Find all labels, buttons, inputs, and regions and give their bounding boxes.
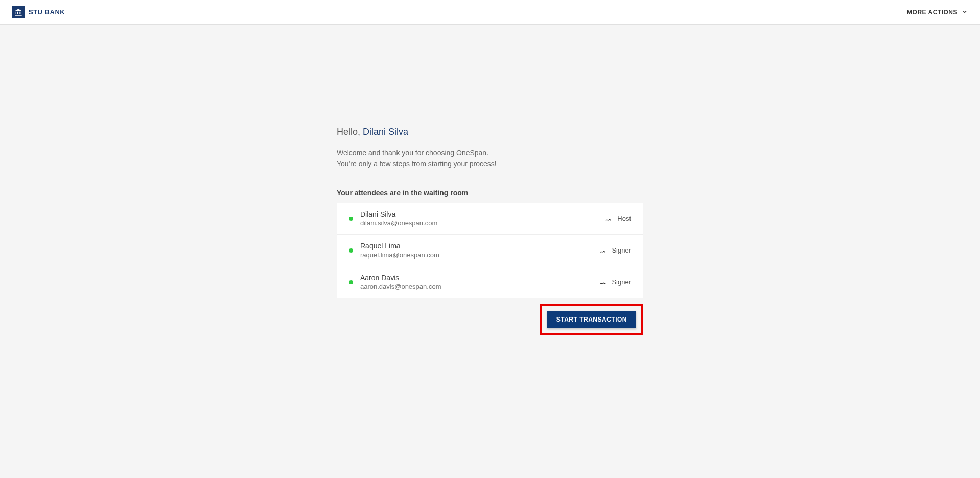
attendee-name: Aaron Davis: [360, 274, 599, 282]
attendees-list: Dilani Silva dilani.silva@onespan.com Ho…: [337, 203, 643, 298]
attendee-role: Signer: [612, 246, 631, 254]
attendee-role: Signer: [612, 278, 631, 286]
signature-icon: [605, 215, 613, 223]
brand-name: STU BANK: [29, 8, 65, 16]
content-panel: Hello, Dilani Silva Welcome and thank yo…: [337, 127, 643, 335]
brand-logo[interactable]: STU BANK: [12, 6, 65, 18]
main-content: Hello, Dilani Silva Welcome and thank yo…: [0, 25, 980, 335]
more-actions-menu[interactable]: MORE ACTIONS: [907, 9, 968, 16]
attendee-info: Raquel Lima raquel.lima@onespan.com: [360, 242, 599, 259]
greeting-line: Hello, Dilani Silva: [337, 127, 643, 138]
start-transaction-button[interactable]: START TRANSACTION: [547, 311, 636, 328]
attendee-row: Raquel Lima raquel.lima@onespan.com Sign…: [337, 235, 643, 266]
attendee-role-wrap: Host: [605, 215, 631, 223]
attendee-name: Dilani Silva: [360, 210, 605, 218]
signature-icon: [599, 278, 608, 286]
status-dot-online-icon: [349, 280, 353, 284]
status-dot-online-icon: [349, 217, 353, 221]
attendee-info: Dilani Silva dilani.silva@onespan.com: [360, 210, 605, 227]
welcome-line1: Welcome and thank you for choosing OneSp…: [337, 148, 643, 158]
bank-icon: [12, 6, 25, 18]
attendee-info: Aaron Davis aaron.davis@onespan.com: [360, 274, 599, 290]
more-actions-label: MORE ACTIONS: [907, 9, 958, 16]
attendee-role: Host: [617, 215, 631, 222]
attendee-role-wrap: Signer: [599, 246, 631, 255]
attendees-heading: Your attendees are in the waiting room: [337, 189, 643, 197]
welcome-message: Welcome and thank you for choosing OneSp…: [337, 148, 643, 169]
greeting-hello: Hello,: [337, 127, 363, 137]
attendee-email: dilani.silva@onespan.com: [360, 219, 605, 227]
signature-icon: [599, 246, 608, 255]
highlight-annotation: START TRANSACTION: [540, 304, 643, 335]
attendee-row: Dilani Silva dilani.silva@onespan.com Ho…: [337, 203, 643, 235]
attendee-email: aaron.davis@onespan.com: [360, 283, 599, 290]
action-buttons: START TRANSACTION: [337, 304, 643, 335]
chevron-down-icon: [962, 9, 968, 16]
attendee-row: Aaron Davis aaron.davis@onespan.com Sign…: [337, 266, 643, 298]
attendee-name: Raquel Lima: [360, 242, 599, 250]
welcome-line2: You're only a few steps from starting yo…: [337, 158, 643, 169]
attendee-role-wrap: Signer: [599, 278, 631, 286]
greeting-name: Dilani Silva: [363, 127, 408, 137]
attendee-email: raquel.lima@onespan.com: [360, 251, 599, 259]
status-dot-online-icon: [349, 248, 353, 253]
header-bar: STU BANK MORE ACTIONS: [0, 0, 980, 25]
